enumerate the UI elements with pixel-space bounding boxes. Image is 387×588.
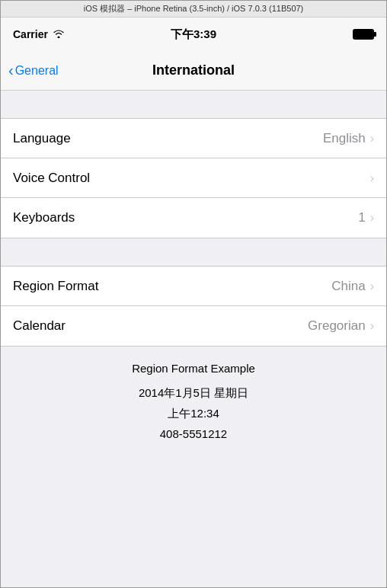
language-value: English <box>323 131 366 146</box>
example-date-details: 2014年1月5日 星期日 上午12:34 408-5551212 <box>13 382 374 444</box>
example-phone: 408-5551212 <box>13 423 374 444</box>
section-region: Region Format China › Calendar Gregorian… <box>1 266 386 347</box>
language-label: Language <box>13 131 71 146</box>
keyboards-chevron-icon: › <box>370 211 374 225</box>
calendar-right: Gregorian › <box>308 318 374 334</box>
keyboards-label: Keyboards <box>13 210 75 225</box>
voice-control-row[interactable]: Voice Control › <box>1 158 386 198</box>
calendar-label: Calendar <box>13 318 66 334</box>
wifi-icon <box>53 29 65 40</box>
top-spacer <box>1 91 386 118</box>
language-right: English › <box>323 131 374 146</box>
section-language: Language English › Voice Control › Keybo… <box>1 118 386 238</box>
calendar-row[interactable]: Calendar Gregorian › <box>1 306 386 346</box>
language-chevron-icon: › <box>370 132 374 145</box>
page-title: International <box>152 62 235 78</box>
language-row[interactable]: Language English › <box>1 119 386 158</box>
voice-control-chevron-icon: › <box>370 171 374 185</box>
back-button[interactable]: ‹ General <box>8 63 59 78</box>
status-bar: Carrier 下午3:39 <box>1 18 386 51</box>
example-title: Region Format Example <box>13 362 374 375</box>
keyboards-right: 1 › <box>358 210 374 225</box>
nav-bar: ‹ General International <box>1 51 386 91</box>
status-right <box>283 29 374 40</box>
simulator-label: iOS 模拟器 – iPhone Retina (3.5-inch) / iOS… <box>84 3 304 14</box>
carrier-label: Carrier <box>13 28 48 40</box>
region-format-label: Region Format <box>13 279 98 294</box>
back-label: General <box>15 64 59 78</box>
content-area: Language English › Voice Control › Keybo… <box>1 91 386 587</box>
back-chevron-icon: ‹ <box>8 62 14 78</box>
example-time: 上午12:34 <box>13 403 374 423</box>
region-format-right: China › <box>331 279 374 294</box>
battery-icon <box>353 29 374 40</box>
status-left: Carrier <box>13 28 104 40</box>
region-format-chevron-icon: › <box>370 280 374 293</box>
example-date: 2014年1月5日 星期日 <box>13 382 374 403</box>
calendar-chevron-icon: › <box>370 319 374 333</box>
keyboards-row[interactable]: Keyboards 1 › <box>1 198 386 238</box>
region-format-row[interactable]: Region Format China › <box>1 267 386 306</box>
voice-control-label: Voice Control <box>13 171 90 186</box>
simulator-bar: iOS 模拟器 – iPhone Retina (3.5-inch) / iOS… <box>1 1 386 18</box>
voice-control-right: › <box>370 171 374 185</box>
keyboards-value: 1 <box>358 210 365 225</box>
middle-spacer <box>1 238 386 266</box>
calendar-value: Gregorian <box>308 318 366 334</box>
status-time: 下午3:39 <box>171 27 216 42</box>
region-format-value: China <box>331 279 365 294</box>
region-format-example: Region Format Example 2014年1月5日 星期日 上午12… <box>1 347 386 467</box>
